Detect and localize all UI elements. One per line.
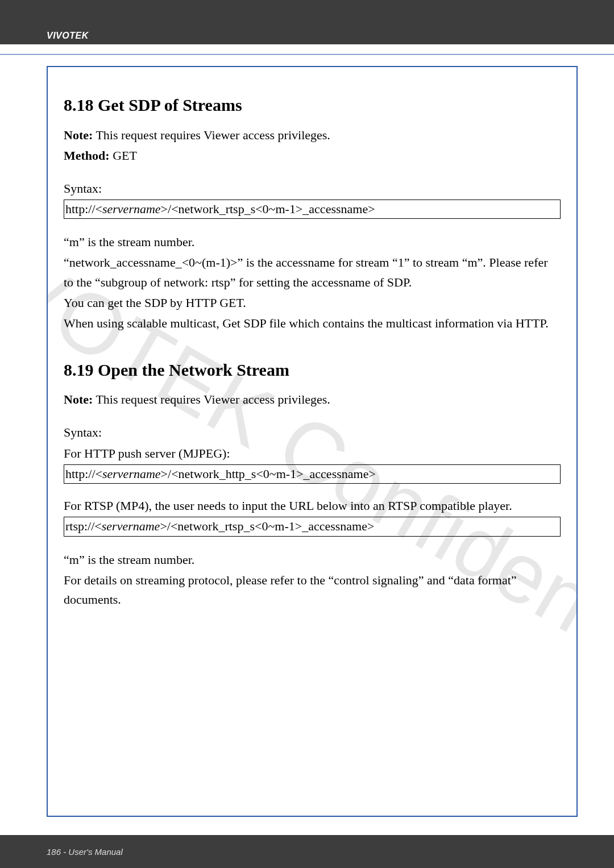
document-body: 8.18 Get SDP of Streams Note: This reque… (64, 92, 561, 609)
heading-8-19: 8.19 Open the Network Stream (64, 357, 561, 384)
heading-8-18: 8.18 Get SDP of Streams (64, 92, 561, 119)
rtsp-intro-8-19: For RTSP (MP4), the user needs to input … (64, 496, 561, 516)
rtsp-syntax-box-8-19: rtsp://<servername>/<network_rtsp_s<0~m-… (64, 517, 561, 537)
note-text: This request requires Viewer access priv… (93, 392, 330, 406)
syntax-box-8-18: http://<servername>/<network_rtsp_s<0~m-… (64, 200, 561, 219)
rtsp-prefix: rtsp://< (65, 519, 102, 533)
http-intro-8-19: For HTTP push server (MJPEG): (64, 444, 561, 463)
http-suffix: >/<network_http_s<0~m-1>_accessname> (161, 467, 376, 481)
http-syntax-box-8-19: http://<servername>/<network_http_s<0~m-… (64, 464, 561, 484)
note-label: Note: (64, 128, 93, 142)
rtsp-servername: servername (102, 519, 160, 533)
para-8-18-1: “m” is the stream number. (64, 232, 561, 252)
syntax-label-8-18: Syntax: (64, 179, 561, 198)
method-value: GET (110, 148, 137, 163)
header-rule (0, 44, 614, 55)
para-8-18-2: “network_accessname_<0~(m-1)>” is the ac… (64, 253, 561, 292)
brand-label: VIVOTEK (47, 31, 89, 41)
http-servername: servername (102, 467, 161, 481)
syntax-suffix: >/<network_rtsp_s<0~m-1>_accessname> (161, 202, 375, 216)
note-text: This request requires Viewer access priv… (93, 128, 330, 142)
para-8-18-3: You can get the SDP by HTTP GET. (64, 293, 561, 313)
syntax-prefix: http://< (65, 202, 102, 216)
note-8-18: Note: This request requires Viewer acces… (64, 126, 561, 145)
syntax-label-8-19: Syntax: (64, 423, 561, 442)
footer-text: 186 - User's Manual (47, 847, 123, 857)
para-8-19-2: For details on streaming protocol, pleas… (64, 571, 561, 609)
method-8-18: Method: GET (64, 146, 561, 165)
syntax-servername: servername (102, 202, 161, 216)
rtsp-suffix: >/<network_rtsp_s<0~m-1>_accessname> (160, 519, 374, 533)
para-8-19-1: “m” is the stream number. (64, 550, 561, 570)
method-label: Method: (64, 148, 110, 163)
page-header: VIVOTEK (0, 0, 614, 44)
note-8-19: Note: This request requires Viewer acces… (64, 390, 561, 409)
http-prefix: http://< (65, 467, 102, 481)
content-frame: VIVOTEK Confidential 8.18 Get SDP of Str… (47, 66, 578, 817)
note-label: Note: (64, 392, 93, 406)
para-8-18-4: When using scalable multicast, Get SDP f… (64, 314, 561, 333)
page-footer: 186 - User's Manual (0, 835, 614, 868)
